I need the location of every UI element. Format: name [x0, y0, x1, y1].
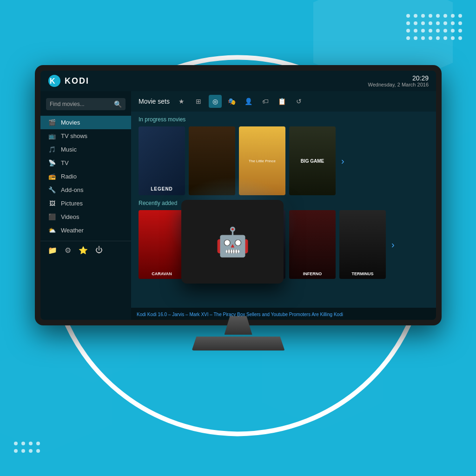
in-progress-next-arrow[interactable]: › — [341, 156, 344, 166]
kodi-header: K KODI 20:29 Wednesday, 2 March 2016 — [40, 71, 436, 91]
sidebar-item-videos-label: Videos — [61, 213, 79, 220]
movie-card-terminus[interactable]: TERMINUS — [339, 210, 386, 279]
sidebar-bottom-bar: 📁 ⚙ ⭐ ⏻ — [40, 241, 131, 259]
sidebar-item-music[interactable]: 🎵 Music — [40, 143, 131, 156]
sidebar-item-tvshows-label: TV shows — [61, 132, 87, 139]
kodi-logo-icon: K — [48, 74, 61, 87]
radio-icon: 📻 — [48, 173, 56, 180]
sidebar-item-radio-label: Radio — [61, 173, 77, 180]
kodi-title-text: KODI — [65, 76, 89, 86]
videos-icon: ⬛ — [48, 214, 56, 220]
movie-card-big-game[interactable]: BIG GAME — [289, 126, 336, 195]
toolbar-btn-refresh[interactable]: ↺ — [292, 95, 305, 108]
music-icon: 🎵 — [48, 146, 56, 153]
toolbar-btn-list[interactable]: 📋 — [276, 95, 289, 108]
dots-bottom-left — [14, 442, 40, 453]
sidebar-item-addons[interactable]: 🔧 Add-ons — [40, 183, 131, 197]
favorites-icon[interactable]: ⭐ — [79, 246, 88, 255]
search-icon[interactable]: 🔍 — [114, 100, 122, 108]
clock-date: Wednesday, 2 March 2016 — [368, 82, 429, 87]
kodi-logo: K KODI — [48, 74, 89, 87]
android-tv-box: 🤖 — [181, 200, 284, 284]
toolbar-btn-active[interactable]: ◎ — [209, 95, 222, 108]
sidebar-item-movies-label: Movies — [61, 119, 80, 126]
folder-icon[interactable]: 📁 — [48, 246, 57, 255]
toolbar: Movie sets ★ ⊞ ◎ 🎭 👤 🏷 📋 ↺ — [131, 91, 436, 112]
dots-top-right — [406, 14, 462, 40]
sidebar-item-weather-label: Weather — [61, 227, 84, 234]
sidebar-item-tvshows[interactable]: 📺 TV shows — [40, 129, 131, 143]
movies-icon: 🎬 — [48, 119, 56, 126]
time-section: 20:29 Wednesday, 2 March 2016 — [368, 74, 429, 87]
toolbar-title: Movie sets — [139, 98, 170, 105]
settings-icon[interactable]: ⚙ — [65, 246, 71, 255]
tv-stand — [192, 316, 285, 353]
tv-icon: 📡 — [48, 160, 56, 166]
toolbar-btn-actor[interactable]: 👤 — [242, 95, 255, 108]
search-box[interactable]: Find movies... 🔍 — [46, 98, 126, 110]
sidebar-item-weather[interactable]: ⛅ Weather — [40, 224, 131, 237]
movie-card-legend[interactable]: LEGEND — [139, 126, 185, 195]
android-logo-icon: 🤖 — [215, 225, 250, 258]
in-progress-row: LEGEND The Little Prince — [139, 126, 429, 195]
toolbar-btn-grid[interactable]: ⊞ — [192, 95, 205, 108]
weather-icon: ⛅ — [48, 227, 56, 234]
in-progress-title: In progress movies — [139, 116, 429, 123]
tvshows-icon: 📺 — [48, 133, 56, 139]
toolbar-btn-tag[interactable]: 🏷 — [259, 95, 272, 108]
sidebar-item-movies[interactable]: 🎬 Movies — [40, 116, 131, 129]
sidebar-item-addons-label: Add-ons — [61, 186, 83, 193]
stand-neck — [225, 316, 252, 335]
sidebar: Find movies... 🔍 🎬 Movies 📺 TV shows 🎵 M… — [40, 91, 131, 320]
sidebar-item-tv[interactable]: 📡 TV — [40, 156, 131, 170]
sidebar-item-videos[interactable]: ⬛ Videos — [40, 210, 131, 224]
toolbar-btn-genre[interactable]: 🎭 — [225, 95, 238, 108]
recently-added-next-arrow[interactable]: › — [391, 239, 395, 250]
sidebar-item-tv-label: TV — [61, 159, 69, 166]
stand-base — [192, 337, 285, 350]
power-icon[interactable]: ⏻ — [95, 246, 103, 255]
toolbar-btn-favorites[interactable]: ★ — [175, 95, 188, 108]
sidebar-item-pictures[interactable]: 🖼 Pictures — [40, 197, 131, 210]
pictures-icon: 🖼 — [48, 200, 56, 207]
svg-text:K: K — [50, 77, 55, 85]
sidebar-item-radio[interactable]: 📻 Radio — [40, 170, 131, 183]
sidebar-item-music-label: Music — [61, 146, 77, 153]
search-placeholder: Find movies... — [50, 101, 111, 107]
sidebar-item-pictures-label: Pictures — [61, 200, 83, 207]
clock-time: 20:29 — [368, 74, 429, 82]
addons-icon: 🔧 — [48, 187, 56, 193]
status-prefix: Kodi — [137, 312, 146, 317]
